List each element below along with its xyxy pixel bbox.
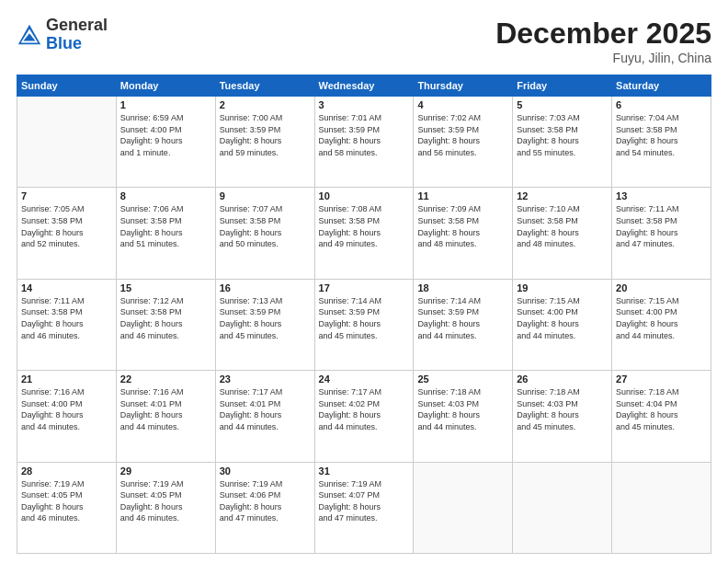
day-cell: 17Sunrise: 7:14 AMSunset: 3:59 PMDayligh… xyxy=(314,279,414,370)
day-number: 20 xyxy=(616,282,707,293)
day-info: Sunrise: 7:15 AMSunset: 4:00 PMDaylight:… xyxy=(616,295,707,341)
day-info: Sunrise: 7:18 AMSunset: 4:03 PMDaylight:… xyxy=(517,386,608,432)
day-info: Sunrise: 7:04 AMSunset: 3:58 PMDaylight:… xyxy=(616,112,707,158)
day-info: Sunrise: 7:17 AMSunset: 4:01 PMDaylight:… xyxy=(220,386,311,432)
day-number: 7 xyxy=(21,190,112,201)
day-number: 1 xyxy=(120,99,211,110)
day-info: Sunrise: 7:06 AMSunset: 3:58 PMDaylight:… xyxy=(120,203,211,249)
day-info: Sunrise: 7:19 AMSunset: 4:05 PMDaylight:… xyxy=(120,478,211,524)
weekday-header-thursday: Thursday xyxy=(414,75,513,97)
week-row-3: 14Sunrise: 7:11 AMSunset: 3:58 PMDayligh… xyxy=(17,279,711,370)
day-cell: 1Sunrise: 6:59 AMSunset: 4:00 PMDaylight… xyxy=(116,97,215,188)
day-info: Sunrise: 7:19 AMSunset: 4:06 PMDaylight:… xyxy=(220,478,311,524)
day-info: Sunrise: 7:16 AMSunset: 4:00 PMDaylight:… xyxy=(21,386,112,432)
day-info: Sunrise: 6:59 AMSunset: 4:00 PMDaylight:… xyxy=(120,112,211,158)
day-number: 3 xyxy=(319,99,410,110)
day-cell: 31Sunrise: 7:19 AMSunset: 4:07 PMDayligh… xyxy=(314,462,414,553)
day-info: Sunrise: 7:02 AMSunset: 3:59 PMDaylight:… xyxy=(417,112,508,158)
day-cell xyxy=(612,462,711,553)
day-cell xyxy=(17,97,117,188)
day-number: 22 xyxy=(120,373,211,385)
day-number: 18 xyxy=(417,282,508,293)
weekday-header-wednesday: Wednesday xyxy=(314,75,414,97)
day-cell: 29Sunrise: 7:19 AMSunset: 4:05 PMDayligh… xyxy=(116,462,215,553)
day-info: Sunrise: 7:18 AMSunset: 4:03 PMDaylight:… xyxy=(417,386,508,432)
header: General Blue December 2025 Fuyu, Jilin, … xyxy=(17,17,711,65)
day-info: Sunrise: 7:01 AMSunset: 3:59 PMDaylight:… xyxy=(319,112,410,158)
day-cell: 24Sunrise: 7:17 AMSunset: 4:02 PMDayligh… xyxy=(314,371,414,462)
day-cell: 5Sunrise: 7:03 AMSunset: 3:58 PMDaylight… xyxy=(513,97,612,188)
day-info: Sunrise: 7:14 AMSunset: 3:59 PMDaylight:… xyxy=(417,295,508,341)
day-cell: 30Sunrise: 7:19 AMSunset: 4:06 PMDayligh… xyxy=(215,462,314,553)
day-info: Sunrise: 7:07 AMSunset: 3:58 PMDaylight:… xyxy=(220,203,311,249)
day-cell: 2Sunrise: 7:00 AMSunset: 3:59 PMDaylight… xyxy=(215,97,314,188)
day-cell: 15Sunrise: 7:12 AMSunset: 3:58 PMDayligh… xyxy=(116,279,215,370)
day-number: 31 xyxy=(319,465,410,477)
day-number: 19 xyxy=(517,282,608,293)
day-info: Sunrise: 7:16 AMSunset: 4:01 PMDaylight:… xyxy=(120,386,211,432)
title-block: December 2025 Fuyu, Jilin, China xyxy=(495,17,711,65)
day-number: 23 xyxy=(220,373,311,385)
day-number: 28 xyxy=(21,465,112,477)
day-info: Sunrise: 7:05 AMSunset: 3:58 PMDaylight:… xyxy=(21,203,112,249)
day-cell: 23Sunrise: 7:17 AMSunset: 4:01 PMDayligh… xyxy=(215,371,314,462)
day-number: 6 xyxy=(616,99,707,110)
day-number: 15 xyxy=(120,282,211,293)
day-cell: 21Sunrise: 7:16 AMSunset: 4:00 PMDayligh… xyxy=(17,371,117,462)
day-cell: 10Sunrise: 7:08 AMSunset: 3:58 PMDayligh… xyxy=(314,188,414,279)
day-number: 25 xyxy=(417,373,508,385)
week-row-2: 7Sunrise: 7:05 AMSunset: 3:58 PMDaylight… xyxy=(17,188,711,279)
weekday-header-friday: Friday xyxy=(513,75,612,97)
day-cell: 18Sunrise: 7:14 AMSunset: 3:59 PMDayligh… xyxy=(414,279,513,370)
weekday-header-monday: Monday xyxy=(116,75,215,97)
weekday-header-tuesday: Tuesday xyxy=(215,75,314,97)
logo-general-text: General xyxy=(46,16,108,34)
day-info: Sunrise: 7:12 AMSunset: 3:58 PMDaylight:… xyxy=(120,295,211,341)
week-row-1: 1Sunrise: 6:59 AMSunset: 4:00 PMDaylight… xyxy=(17,97,711,188)
day-number: 26 xyxy=(517,373,608,385)
day-info: Sunrise: 7:09 AMSunset: 3:58 PMDaylight:… xyxy=(417,203,508,249)
day-number: 17 xyxy=(319,282,410,293)
day-cell: 25Sunrise: 7:18 AMSunset: 4:03 PMDayligh… xyxy=(414,371,513,462)
logo-icon xyxy=(17,22,42,48)
day-number: 5 xyxy=(517,99,608,110)
weekday-header-row: SundayMondayTuesdayWednesdayThursdayFrid… xyxy=(17,75,711,97)
day-cell: 8Sunrise: 7:06 AMSunset: 3:58 PMDaylight… xyxy=(116,188,215,279)
day-info: Sunrise: 7:18 AMSunset: 4:04 PMDaylight:… xyxy=(616,386,707,432)
logo: General Blue xyxy=(17,17,108,53)
day-number: 29 xyxy=(120,465,211,477)
logo-blue-text: Blue xyxy=(46,34,82,52)
day-cell: 16Sunrise: 7:13 AMSunset: 3:59 PMDayligh… xyxy=(215,279,314,370)
day-cell: 11Sunrise: 7:09 AMSunset: 3:58 PMDayligh… xyxy=(414,188,513,279)
day-info: Sunrise: 7:15 AMSunset: 4:00 PMDaylight:… xyxy=(517,295,608,341)
day-cell: 19Sunrise: 7:15 AMSunset: 4:00 PMDayligh… xyxy=(513,279,612,370)
day-number: 27 xyxy=(616,373,707,385)
day-number: 12 xyxy=(517,190,608,201)
day-number: 16 xyxy=(220,282,311,293)
day-info: Sunrise: 7:11 AMSunset: 3:58 PMDaylight:… xyxy=(21,295,112,341)
day-cell: 26Sunrise: 7:18 AMSunset: 4:03 PMDayligh… xyxy=(513,371,612,462)
day-cell xyxy=(513,462,612,553)
day-cell: 20Sunrise: 7:15 AMSunset: 4:00 PMDayligh… xyxy=(612,279,711,370)
day-number: 30 xyxy=(220,465,311,477)
day-number: 4 xyxy=(417,99,508,110)
day-info: Sunrise: 7:19 AMSunset: 4:07 PMDaylight:… xyxy=(319,478,410,524)
day-cell: 14Sunrise: 7:11 AMSunset: 3:58 PMDayligh… xyxy=(17,279,117,370)
location: Fuyu, Jilin, China xyxy=(495,51,711,65)
day-info: Sunrise: 7:13 AMSunset: 3:59 PMDaylight:… xyxy=(220,295,311,341)
day-info: Sunrise: 7:11 AMSunset: 3:58 PMDaylight:… xyxy=(616,203,707,249)
weekday-header-saturday: Saturday xyxy=(612,75,711,97)
day-info: Sunrise: 7:08 AMSunset: 3:58 PMDaylight:… xyxy=(319,203,410,249)
week-row-4: 21Sunrise: 7:16 AMSunset: 4:00 PMDayligh… xyxy=(17,371,711,462)
day-info: Sunrise: 7:19 AMSunset: 4:05 PMDaylight:… xyxy=(21,478,112,524)
page: General Blue December 2025 Fuyu, Jilin, … xyxy=(0,0,728,563)
day-info: Sunrise: 7:03 AMSunset: 3:58 PMDaylight:… xyxy=(517,112,608,158)
day-number: 11 xyxy=(417,190,508,201)
day-cell: 27Sunrise: 7:18 AMSunset: 4:04 PMDayligh… xyxy=(612,371,711,462)
day-cell: 4Sunrise: 7:02 AMSunset: 3:59 PMDaylight… xyxy=(414,97,513,188)
day-number: 10 xyxy=(319,190,410,201)
day-number: 9 xyxy=(220,190,311,201)
day-info: Sunrise: 7:10 AMSunset: 3:58 PMDaylight:… xyxy=(517,203,608,249)
day-info: Sunrise: 7:17 AMSunset: 4:02 PMDaylight:… xyxy=(319,386,410,432)
day-cell: 22Sunrise: 7:16 AMSunset: 4:01 PMDayligh… xyxy=(116,371,215,462)
